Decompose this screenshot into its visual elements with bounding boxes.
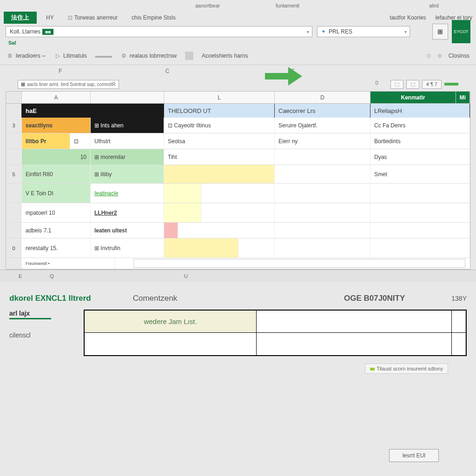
- lower-panel: dkorel EXNCL1 Iltrerd Comentzenk OGE B07…: [0, 282, 476, 378]
- lower-note: Tilaust scorn insuremt sdtony: [365, 364, 448, 374]
- table-footer-row: Freonneretl •: [6, 258, 470, 269]
- sec-item-blur2: [185, 52, 193, 60]
- doc-icon: 🗎: [7, 52, 14, 60]
- sec-right-1[interactable]: Closinss: [449, 53, 469, 59]
- lower-title-2: Comentzenk: [133, 294, 177, 303]
- note-bar-icon: [370, 368, 375, 370]
- play-icon: ▷: [54, 52, 61, 60]
- sec-right-icon1[interactable]: ⊙: [426, 53, 431, 59]
- window-top-tabs: aanortbear funlamentl alird: [0, 0, 476, 11]
- formula-bar: ⊞ aacls liner arint. lerd Sointral sap, …: [0, 77, 476, 91]
- insert-button[interactable]: lesrrt EUl: [389, 449, 439, 462]
- table-row[interactable]: mpatoerl 10 LLHner2: [6, 203, 470, 223]
- sec-item-1[interactable]: 🗎leradioers ‒: [7, 52, 46, 60]
- fx-icon: ⊞: [21, 81, 25, 87]
- gear-icon: ⚙: [120, 52, 128, 60]
- lower-title-3: OGE B07J0NITY: [344, 294, 405, 303]
- lower-title-1: dkorel EXNCL1 Iltrerd: [9, 294, 91, 303]
- green-line-icon: [444, 83, 458, 86]
- ribbon: 法住上 HY ⊡Torweas anerreur chis Empine Sts…: [0, 11, 476, 24]
- col-header-more[interactable]: Mi: [456, 92, 470, 103]
- ribbon-tab-2[interactable]: ⊡Torweas anerreur: [63, 13, 122, 23]
- file-tab[interactable]: 法住上: [4, 12, 37, 24]
- table-row[interactable]: 3 seactllyns ⊞ Ints ahen ⊡ Cayeoltr Ilti…: [6, 118, 470, 133]
- export-button[interactable]: EYCOT: [452, 20, 470, 43]
- table-row[interactable]: V E Toin DI Ieatinacle: [6, 184, 470, 203]
- top-tab-3[interactable]: aanortbear: [195, 3, 220, 8]
- lower-grid-cell[interactable]: [257, 311, 452, 332]
- top-tab-6[interactable]: alird: [429, 3, 439, 8]
- lower-value: 138Y: [451, 295, 467, 302]
- mini-icon-3[interactable]: 4 ¶ 7: [422, 80, 442, 89]
- col-header-d[interactable]: D: [275, 92, 370, 103]
- chevron-down-icon: ▾: [307, 29, 309, 34]
- sec-item-4[interactable]: Acoetshierts harns: [202, 53, 248, 59]
- sheet-tab-3[interactable]: U: [184, 273, 188, 279]
- col-header-a[interactable]: A: [22, 92, 91, 103]
- lower-grid[interactable]: wedere Jam Lıst.: [84, 310, 467, 356]
- top-tab-4[interactable]: funlamentl: [276, 3, 299, 8]
- lower-grid-cell[interactable]: [85, 333, 257, 355]
- sheet-tabs: E Q U: [0, 270, 476, 282]
- table-row[interactable]: 0 rerestalty 15. ⊞ Invtrufin: [6, 238, 470, 258]
- name-box[interactable]: ⊞ aacls liner arint. lerd Sointral sap, …: [18, 80, 119, 89]
- ribbon-tab-3[interactable]: chis Empine Stsls: [127, 13, 180, 23]
- lower-grid-cell[interactable]: wedere Jam Lıst.: [85, 311, 257, 332]
- sec-item-3[interactable]: ⚙realaus lobrrectrsw: [120, 52, 177, 60]
- chevron-down-icon: ▾: [404, 29, 407, 34]
- sec-item-2[interactable]: ▷Litimatuls: [54, 52, 87, 60]
- toolbar-row: Koll, Llarnes■■ ▾ ✦ PRL RES ▾ ⊞ EYCOT: [0, 24, 476, 39]
- mini-icon-1[interactable]: ⬚: [390, 80, 403, 89]
- star-icon: ✦: [321, 28, 326, 35]
- lower-grid-cell[interactable]: [257, 333, 452, 355]
- sec-item-blur: ▬▬▬: [95, 53, 112, 59]
- col-header-b[interactable]: [91, 92, 164, 103]
- lower-left-label-2[interactable]: cilenscl: [9, 331, 84, 339]
- mini-icon-2[interactable]: ⬚: [406, 80, 419, 89]
- table-row[interactable]: adbeis 7.1 leaten ultest: [6, 223, 470, 238]
- col-header-c[interactable]: L: [164, 92, 275, 103]
- table-row[interactable]: 5 Einftirl R80 ⊞ iltiby Smet: [6, 165, 470, 184]
- column-headers: A L D Kenmatlr Mi: [6, 92, 470, 104]
- sheet-tab-1[interactable]: E: [19, 273, 22, 279]
- token-icon: ■■: [42, 29, 53, 35]
- table-row[interactable]: Illtbo Pr ⊡ Ulhstrt Seotsa Eierr ny Bort…: [6, 133, 470, 149]
- sheet-tab-2[interactable]: Q: [50, 273, 54, 279]
- table-header-row: haE THELOORD UT Caecorrer Lrs LReliapsH: [6, 104, 470, 118]
- secondary-dropdown[interactable]: ✦ PRL RES ▾: [317, 26, 410, 37]
- col-header-e[interactable]: Kenmatlr: [370, 92, 456, 103]
- ribbon-tab-1[interactable]: HY: [41, 13, 59, 23]
- small-label: Sal: [0, 39, 476, 46]
- zero-label: 0: [366, 80, 388, 89]
- grid-view-icon[interactable]: ⊞: [432, 24, 448, 40]
- ribbon-right-1[interactable]: tautfor Koories: [390, 14, 426, 21]
- lower-grid-cell[interactable]: [452, 333, 465, 355]
- lower-grid-cell[interactable]: [452, 311, 465, 332]
- sec-right-icon2[interactable]: ⊛: [437, 53, 442, 59]
- column-letters-guide: F C S: [0, 65, 476, 77]
- path-dropdown[interactable]: Koll, Llarnes■■ ▾: [6, 26, 312, 37]
- secondary-toolbar: 🗎leradioers ‒ ▷Litimatuls ▬▬▬ ⚙realaus l…: [0, 46, 476, 65]
- select-all[interactable]: [6, 92, 22, 103]
- table-row[interactable]: 10 ⊞ moremilar Tiht Dyas: [6, 149, 470, 165]
- lower-left-label-1[interactable]: arl lajx: [9, 310, 51, 319]
- spreadsheet-grid[interactable]: A L D Kenmatlr Mi haE THELOORD UT Caecor…: [6, 91, 470, 270]
